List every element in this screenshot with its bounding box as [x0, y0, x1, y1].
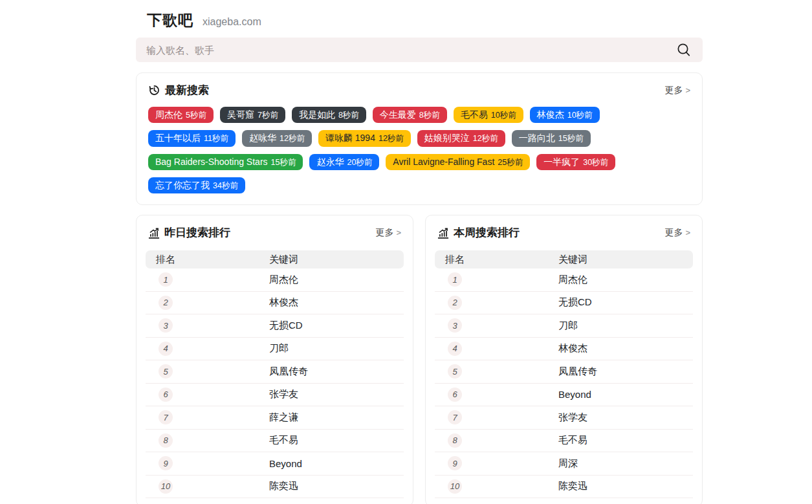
keyword-cell: 陈奕迅: [558, 480, 683, 492]
search-tag[interactable]: 一路向北 15秒前: [512, 130, 591, 146]
rank-cell: 3: [156, 318, 269, 333]
search-tag[interactable]: 今生最爱 8秒前: [373, 107, 447, 123]
rank-column-header: 排名: [156, 254, 269, 266]
page-container: 下歌吧 xiageba.com: [136, 0, 703, 504]
table-row[interactable]: 8 毛不易: [146, 430, 404, 453]
search-tag-time: 8秒前: [338, 110, 359, 120]
table-row[interactable]: 3 无损CD: [146, 314, 404, 338]
search-tag-label: 谭咏麟 1994: [325, 132, 375, 144]
keyword-cell: 无损CD: [558, 296, 683, 309]
yesterday-ranking-panel: 昨日搜索排行 更多 > 排名 关键词 1 周杰伦: [136, 215, 413, 504]
more-label: 更多: [664, 227, 683, 239]
table-row[interactable]: 2 无损CD: [435, 292, 693, 315]
search-bar: [136, 38, 703, 62]
search-tag[interactable]: 赵咏华 12秒前: [242, 130, 312, 146]
table-row[interactable]: 5 凤凰传奇: [435, 360, 693, 384]
ranking-panels-row: 昨日搜索排行 更多 > 排名 关键词 1 周杰伦: [136, 215, 703, 504]
latest-search-title-text: 最新搜索: [165, 83, 209, 98]
search-tag-time: 5秒前: [186, 110, 206, 120]
keyword-cell: 刀郎: [269, 342, 393, 355]
keyword-cell: 刀郎: [558, 320, 683, 332]
search-tag[interactable]: 五十年以后 11秒前: [148, 130, 236, 146]
rank-cell: 3: [445, 318, 558, 333]
rank-cell: 10: [445, 479, 558, 494]
search-tag[interactable]: Avril Lavigne-Falling Fast 25秒前: [386, 154, 530, 170]
table-row[interactable]: 7 薛之谦: [146, 406, 404, 430]
search-tag-label: 今生最爱: [380, 109, 416, 120]
search-tag[interactable]: 周杰伦 5秒前: [148, 107, 214, 123]
table-row[interactable]: 3 刀郎: [435, 314, 693, 338]
site-logo[interactable]: 下歌吧: [147, 10, 193, 30]
week-ranking-panel: 本周搜索排行 更多 > 排名 关键词 1 周杰伦: [425, 215, 703, 504]
table-row[interactable]: 4 刀郎: [146, 338, 404, 361]
site-domain: xiageba.com: [203, 16, 261, 28]
site-header: 下歌吧 xiageba.com: [136, 0, 703, 30]
search-tag[interactable]: 吴哥窟 7秒前: [220, 107, 285, 123]
search-tag-label: 一半疯了: [543, 156, 580, 168]
yesterday-ranking-title: 昨日搜索排行: [148, 225, 230, 240]
table-row[interactable]: 10 陈奕迅: [435, 476, 693, 499]
search-tag-time: 25秒前: [498, 157, 523, 168]
table-row[interactable]: 1 周杰伦: [435, 268, 693, 292]
keyword-cell: 无损CD: [269, 320, 393, 332]
week-more-link[interactable]: 更多 >: [664, 227, 690, 239]
rank-badge: 2: [159, 296, 173, 310]
search-tag[interactable]: 谭咏麟 1994 12秒前: [318, 130, 411, 146]
search-tag[interactable]: 我是如此 8秒前: [292, 107, 366, 123]
search-tag[interactable]: 忘了你忘了我 34秒前: [148, 177, 245, 193]
table-row[interactable]: 6 Beyond: [435, 384, 693, 407]
table-row[interactable]: 2 林俊杰: [146, 292, 404, 315]
search-tag-label: 一路向北: [519, 132, 555, 144]
trend-chart-icon: [437, 227, 449, 239]
search-tag-time: 20秒前: [347, 157, 372, 168]
keyword-cell: Beyond: [269, 458, 393, 469]
search-tag-label: 周杰伦: [155, 109, 182, 120]
table-row[interactable]: 6 张学友: [146, 384, 404, 407]
search-button[interactable]: [674, 40, 694, 60]
yesterday-more-link[interactable]: 更多 >: [375, 227, 401, 239]
search-tag-time: 15秒前: [558, 133, 584, 144]
yesterday-ranking-table: 1 周杰伦 2 林俊杰 3: [146, 268, 404, 498]
table-row[interactable]: 10 陈奕迅: [146, 476, 404, 499]
search-tag[interactable]: 一半疯了 30秒前: [536, 154, 615, 170]
search-tag-label: 吴哥窟: [227, 109, 254, 120]
keyword-column-header: 关键词: [558, 254, 683, 266]
week-ranking-title: 本周搜索排行: [437, 225, 520, 240]
rank-cell: 9: [156, 456, 269, 470]
search-tag-label: 赵永华: [316, 156, 344, 168]
rank-cell: 6: [156, 388, 269, 402]
table-row[interactable]: 5 凤凰传奇: [146, 360, 404, 384]
rank-badge: 3: [159, 318, 173, 333]
latest-more-link[interactable]: 更多 >: [664, 85, 690, 96]
search-tag[interactable]: Bag Raiders-Shooting Stars 15秒前: [148, 154, 303, 170]
keyword-cell: Beyond: [558, 389, 683, 400]
keyword-cell: 薛之谦: [269, 411, 393, 424]
latest-search-title: 最新搜索: [148, 83, 209, 98]
search-tag[interactable]: 林俊杰 10秒前: [530, 107, 600, 123]
rank-badge: 10: [159, 479, 173, 494]
keyword-cell: 林俊杰: [558, 342, 683, 355]
rank-cell: 5: [445, 364, 558, 378]
table-row[interactable]: 9 Beyond: [146, 452, 404, 476]
table-row[interactable]: 1 周杰伦: [146, 268, 404, 292]
keyword-column-header: 关键词: [269, 254, 393, 266]
table-row[interactable]: 7 张学友: [435, 406, 693, 430]
search-tag[interactable]: 赵永华 20秒前: [309, 154, 379, 170]
table-row[interactable]: 8 毛不易: [435, 430, 693, 453]
search-input[interactable]: [146, 45, 674, 56]
rank-badge: 8: [159, 433, 173, 448]
search-tag-label: 毛不易: [461, 109, 488, 120]
keyword-cell: 凤凰传奇: [269, 366, 393, 378]
more-label: 更多: [375, 227, 393, 239]
keyword-cell: 毛不易: [558, 434, 683, 446]
search-tag[interactable]: 姑娘别哭泣 12秒前: [417, 130, 505, 146]
search-tag[interactable]: 毛不易 10秒前: [454, 107, 523, 123]
table-row[interactable]: 9 周深: [435, 452, 693, 476]
rank-badge: 10: [448, 479, 462, 494]
rank-cell: 4: [445, 342, 558, 356]
search-tag-time: 34秒前: [213, 181, 238, 191]
table-row[interactable]: 4 林俊杰: [435, 338, 693, 361]
search-tag-time: 12秒前: [473, 133, 498, 144]
chevron-right-icon: >: [685, 85, 690, 95]
trend-chart-icon: [148, 227, 160, 239]
